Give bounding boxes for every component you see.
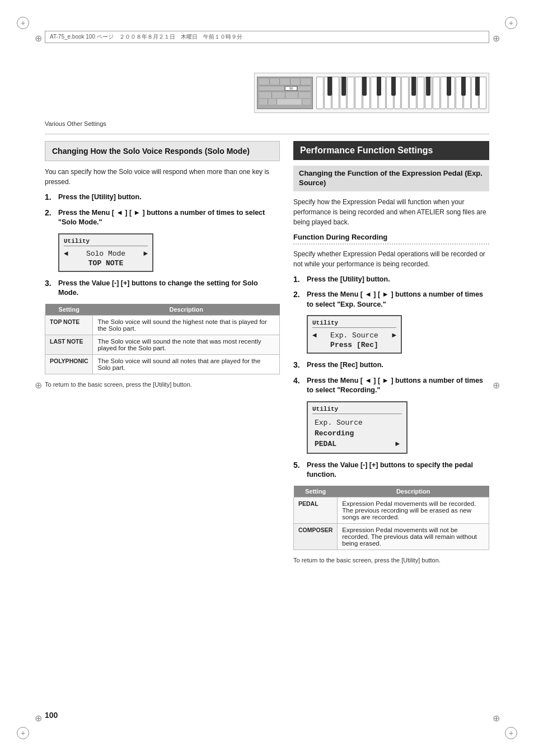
right-table-header-desc: Description	[338, 486, 489, 497]
left-step-3: 3. Press the Value [-] [+] buttons to ch…	[45, 279, 280, 298]
utility-title-1: Utility	[64, 238, 148, 246]
left-table-description: The Solo voice will sound all notes that…	[93, 354, 280, 374]
right-step-num-4: 4.	[293, 376, 307, 385]
left-table-description: The Solo voice will sound the note that …	[93, 335, 280, 354]
right-step-2: 2. Press the Menu [ ◄ ] [ ► ] buttons a …	[293, 290, 489, 309]
right-table-setting: COMPOSER	[294, 523, 338, 550]
right-step-text-5: Press the Value [-] [+] buttons to speci…	[307, 461, 489, 480]
utility-arrow3: ►	[395, 440, 400, 448]
right-intro: Specify how the Expression Pedal will fu…	[293, 197, 489, 227]
utility-sub-1: TOP NOTE	[64, 259, 148, 267]
left-settings-table: Setting Description TOP NOTEThe Solo voi…	[45, 304, 280, 374]
left-table-row: LAST NOTEThe Solo voice will sound the n…	[45, 335, 280, 354]
cross-ml: ⊕	[34, 381, 43, 389]
cross-tl: ⊕	[34, 34, 43, 43]
subsection-box: Changing the Function of the Expression …	[293, 166, 489, 191]
step-text-3: Press the Value [-] [+] buttons to chang…	[58, 279, 280, 298]
left-table-description: The Solo voice will sound the highest no…	[93, 315, 280, 335]
func-intro: Specify whether Expression Pedal operati…	[293, 249, 489, 269]
arrow-left-2: ◄	[312, 331, 317, 340]
cross-bl: ⊕	[34, 713, 43, 722]
right-settings-table: Setting Description PEDALExpression Peda…	[293, 486, 489, 550]
utility-row-1: ◄ Solo Mode ►	[64, 248, 148, 259]
section-label: Various Other Settings	[45, 120, 489, 127]
utility-box-2: Utility ◄ Exp. Source ► Press [Rec]	[307, 315, 402, 354]
step-text-1: Press the [Utility] button.	[58, 192, 280, 203]
step-num-2: 2.	[45, 208, 58, 217]
utility-row-2: ◄ Exp. Source ►	[312, 330, 396, 341]
arrow-left-1: ◄	[64, 250, 68, 258]
left-step-1: 1. Press the [Utility] button.	[45, 192, 280, 203]
reg-mark-tr	[505, 17, 517, 29]
left-intro: You can specify how the Solo voice will …	[45, 167, 280, 187]
arrow-right-1: ►	[143, 250, 148, 258]
right-table-header-setting: Setting	[294, 486, 338, 497]
left-table-row: TOP NOTEThe Solo voice will sound the hi…	[45, 315, 280, 335]
perf-section-title: Performance Function Settings	[300, 145, 483, 156]
arrow-right-2: ►	[392, 331, 396, 340]
left-table-setting: TOP NOTE	[45, 315, 93, 335]
subsection-title: Changing the Function of the Expression …	[299, 169, 484, 188]
reg-mark-tl	[17, 17, 29, 29]
left-table-setting: POLYPHONIC	[45, 354, 93, 374]
utility-box-3: Utility Exp. Source Recording PEDAL ►	[307, 401, 407, 454]
right-step-num-3: 3.	[293, 360, 307, 369]
utility-title-3: Utility	[312, 406, 402, 414]
right-step-5: 5. Press the Value [-] [+] buttons to sp…	[293, 461, 489, 480]
two-column-layout: Changing How the Solo Voice Responds (So…	[45, 141, 489, 564]
left-step-2: 2. Press the Menu [ ◄ ] [ ► ] buttons a …	[45, 208, 280, 228]
cross-mr: ⊕	[491, 381, 500, 389]
right-step-text-3: Press the [Rec] button.	[307, 360, 489, 370]
utility-mode-2: Exp. Source	[330, 331, 378, 340]
left-table-header-desc: Description	[93, 304, 280, 316]
right-step-1: 1. Press the [Utility] button.	[293, 275, 489, 285]
right-table-setting: PEDAL	[294, 497, 338, 523]
perf-section-box: Performance Function Settings	[293, 141, 489, 160]
left-table-setting: LAST NOTE	[45, 335, 93, 354]
utility-box-1: Utility ◄ Solo Mode ► TOP NOTE	[58, 233, 153, 272]
right-step-text-1: Press the [Utility] button.	[307, 275, 489, 285]
right-step-num-2: 2.	[293, 290, 307, 299]
reg-mark-bl	[17, 727, 29, 739]
right-step-text-2: Press the Menu [ ◄ ] [ ► ] buttons a num…	[307, 290, 489, 309]
left-section-box: Changing How the Solo Voice Responds (So…	[45, 141, 280, 161]
right-table-description: Expression Pedal movements will be recor…	[338, 497, 489, 523]
left-table-header-setting: Setting	[45, 304, 93, 316]
cross-br: ⊕	[491, 713, 500, 722]
right-table-row: PEDALExpression Pedal movements will be …	[294, 497, 489, 523]
right-step-num-5: 5.	[293, 461, 307, 469]
header-text: AT-75_e.book 100 ページ ２００８年８月２１日 木曜日 午前１０…	[50, 33, 242, 41]
right-table-row: COMPOSERExpression Pedal movements will …	[294, 523, 489, 550]
utility-line1: Exp. Source	[312, 416, 402, 428]
func-heading: Function During Recording	[293, 233, 489, 245]
step-num-1: 1.	[45, 192, 58, 201]
utility-line3-row: PEDAL ►	[312, 439, 402, 449]
step-num-3: 3.	[45, 279, 58, 288]
right-table-description: Expression Pedal movements will not be r…	[338, 523, 489, 550]
right-step-num-1: 1.	[293, 275, 307, 284]
left-note: To return to the basic screen, press the…	[45, 381, 280, 388]
reg-mark-br	[505, 727, 517, 739]
left-column: Changing How the Solo Voice Responds (So…	[45, 141, 280, 564]
page-number: 100	[45, 711, 58, 720]
utility-sub-2: Press [Rec]	[312, 341, 396, 349]
right-note: To return to the basic screen, press the…	[293, 557, 489, 564]
right-step-4: 4. Press the Menu [ ◄ ] [ ► ] buttons a …	[293, 376, 489, 396]
step-text-2: Press the Menu [ ◄ ] [ ► ] buttons a num…	[58, 208, 280, 228]
utility-mode-1: Solo Mode	[86, 250, 125, 258]
utility-title-2: Utility	[312, 320, 396, 328]
right-step-text-4: Press the Menu [ ◄ ] [ ► ] buttons a num…	[307, 376, 489, 396]
left-section-title: Changing How the Solo Voice Responds (So…	[52, 146, 273, 156]
cross-tr: ⊕	[491, 34, 500, 43]
utility-line2: Recording	[312, 428, 402, 439]
page-header: AT-75_e.book 100 ページ ２００８年８月２１日 木曜日 午前１０…	[45, 31, 489, 43]
right-column: Performance Function Settings Changing t…	[293, 141, 489, 564]
utility-line3: PEDAL	[315, 440, 336, 448]
main-content: Various Other Settings Changing How the …	[45, 64, 489, 711]
divider	[45, 134, 489, 134]
right-step-3: 3. Press the [Rec] button.	[293, 360, 489, 370]
left-table-row: POLYPHONICThe Solo voice will sound all …	[45, 354, 280, 374]
